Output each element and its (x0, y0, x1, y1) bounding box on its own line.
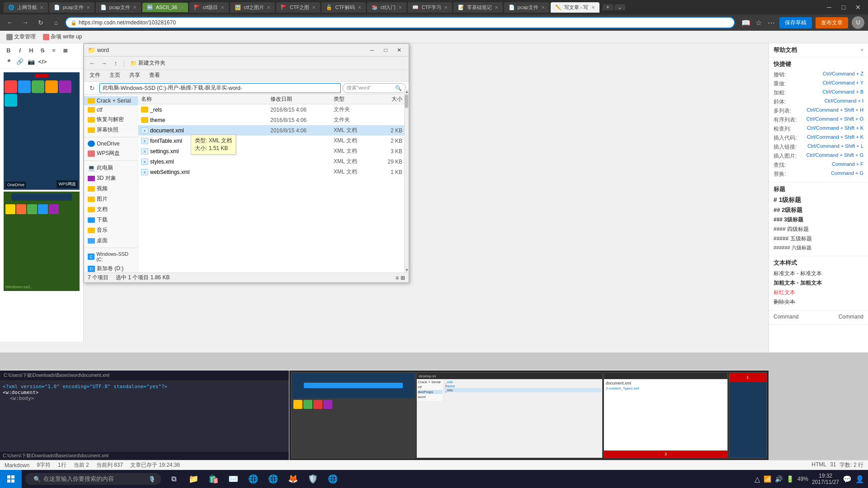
sidebar-pictures[interactable]: 图片 (84, 194, 138, 204)
tab-ctfintro[interactable]: 📚 ctf入门 ✕ (367, 2, 407, 13)
file-row-document[interactable]: X document.xml 2016/8/15 4:06 XML 文档 2 K… (138, 125, 409, 136)
explorer-maximize-button[interactable]: □ (380, 44, 392, 56)
sidebar-3d[interactable]: 3D 对象 (84, 173, 138, 183)
tab-pcap1[interactable]: 📄 pcap文件 ✕ (49, 2, 94, 13)
sidebar-music[interactable]: 音乐 (84, 225, 138, 235)
taskbar-search[interactable]: 🔍 在这里输入你要搜索的内容 🎙️ (25, 473, 161, 485)
tab-close-icon[interactable]: ✕ (221, 5, 224, 10)
tab-menu-button[interactable]: ⌄ (614, 4, 625, 10)
volume-icon[interactable]: 🔊 (775, 475, 783, 483)
close-button[interactable]: ✕ (852, 1, 864, 14)
tab-close-icon[interactable]: ✕ (591, 5, 595, 10)
explorer-tab-share[interactable]: 共享 (127, 70, 142, 81)
file-row-rels[interactable]: _rels 2016/8/15 4:06 文件夹 (138, 104, 409, 115)
exp-refresh-button[interactable]: ↻ (87, 83, 98, 94)
explorer-close-button[interactable]: ✕ (393, 44, 405, 56)
tab-close-icon[interactable]: ✕ (267, 5, 270, 10)
image-button[interactable]: 📷 (26, 56, 36, 66)
tab-close-icon[interactable]: ✕ (495, 5, 498, 10)
sidebar-drive-c[interactable]: C Windows-SSD (C: (84, 250, 138, 263)
battery-icon[interactable]: 🔋 (786, 475, 794, 483)
tab-pcap3[interactable]: 📄 pcap文件 ✕ (504, 2, 549, 13)
explorer-new-folder-button[interactable]: 📁 新建文件夹 (127, 57, 169, 69)
explorer-address-path[interactable]: 此电脑 › Windows-SSD (C:) › 用户 › 杨搜 › 下载 › … (99, 83, 341, 93)
sidebar-mypc[interactable]: 💻 此电脑 (84, 163, 138, 173)
explorer-minimize-button[interactable]: ─ (366, 44, 378, 56)
task-view-button[interactable]: ⧉ (165, 471, 183, 487)
scrollbar-track[interactable]: ▲ ▼ (404, 89, 409, 272)
scroll-up-icon[interactable]: ▲ (405, 89, 409, 94)
tab-ascii[interactable]: 🔤 ASCII_36 ✕ (142, 3, 188, 12)
tab-pcap2[interactable]: 📄 pcap文件 ✕ (96, 2, 141, 13)
sidebar-docs[interactable]: 文档 (84, 204, 138, 215)
tab-ctfmap[interactable]: 🚩 CTF之图 ✕ (276, 2, 320, 13)
ol-button[interactable]: ≣ (60, 45, 70, 55)
forward-button[interactable]: → (19, 16, 32, 29)
link-button[interactable]: 🔗 (15, 56, 25, 66)
help-close-button[interactable]: × (860, 47, 863, 53)
sidebar-screenshots[interactable]: 屏幕快照 (84, 125, 138, 135)
quote-button[interactable]: ❝ (4, 56, 14, 66)
file-row-styles[interactable]: X styles.xml XML 文档 29 KB (138, 156, 409, 167)
tab-close-icon[interactable]: ✕ (358, 5, 361, 10)
bold-button[interactable]: B (4, 45, 14, 55)
tab-csdn-write[interactable]: ✏️ 写文章 - 写 ✕ (551, 2, 599, 13)
explorer-tab-home[interactable]: 主页 (108, 70, 122, 81)
store-taskbar-btn[interactable]: 🛍️ (204, 471, 222, 487)
mail-taskbar-btn[interactable]: ✉️ (224, 471, 242, 487)
sidebar-recovery[interactable]: 恢复与解密 (84, 114, 138, 125)
tab-close-icon[interactable]: ✕ (312, 5, 316, 10)
bookmark-article-mgmt[interactable]: 文章管理 (4, 32, 38, 42)
chrome-taskbar-btn[interactable]: 🌐 (264, 471, 282, 487)
tab-zero[interactable]: 📝 零基础笔记 ✕ (453, 2, 503, 13)
address-bar[interactable]: 🔒 https://mp.csdn.net/mdeditor/103281670 (65, 17, 735, 28)
home-button[interactable]: ⌂ (50, 16, 62, 29)
italic-button[interactable]: I (15, 45, 25, 55)
firefox-taskbar-btn[interactable]: 🦊 (284, 471, 302, 487)
sidebar-drive-d[interactable]: D 新加卷 (D:) (84, 263, 138, 272)
sidebar-desktop[interactable]: 桌面 (84, 235, 138, 246)
user-icon[interactable]: 👤 (855, 475, 864, 483)
sidebar-downloads[interactable]: 下载 (84, 215, 138, 225)
start-button[interactable] (0, 470, 22, 488)
back-button[interactable]: ← (4, 16, 16, 29)
maximize-button[interactable]: □ (837, 1, 850, 14)
scrollbar-thumb[interactable] (405, 94, 408, 108)
explorer-back-button[interactable]: ← (87, 58, 98, 69)
tab-close-icon[interactable]: ✕ (40, 5, 43, 10)
code-button[interactable]: </> (38, 56, 47, 66)
strikethrough-button[interactable]: S (38, 45, 47, 55)
list-view-icon[interactable]: ≡ (396, 275, 399, 281)
new-tab-button[interactable]: + (603, 4, 613, 10)
explorer-up-button[interactable]: ↑ (110, 58, 121, 69)
edge-taskbar-btn[interactable]: 🌐 (244, 471, 262, 487)
favorites-icon[interactable]: ☆ (753, 17, 764, 28)
explorer-forward-button[interactable]: → (99, 58, 109, 69)
tab-close-icon[interactable]: ✕ (541, 5, 545, 10)
more-icon[interactable]: ⋯ (766, 17, 777, 28)
scroll-down-icon[interactable]: ▼ (405, 267, 409, 272)
explorer-tab-file[interactable]: 文件 (88, 70, 102, 81)
sidebar-ctf[interactable]: ctf (84, 105, 138, 114)
sidebar-crack-serial[interactable]: Crack + Serial (84, 96, 138, 105)
notification-icon[interactable]: △ (755, 475, 760, 483)
notification-center-icon[interactable]: 💬 (843, 475, 852, 483)
tab-close-icon[interactable]: ✕ (86, 5, 90, 10)
save-draft-button[interactable]: 保存草稿 (779, 17, 812, 28)
ul-button[interactable]: ≡ (49, 45, 59, 55)
bookmark-writeup[interactable]: 杂项 write up (40, 32, 85, 42)
tab-close-icon[interactable]: ✕ (398, 5, 402, 10)
file-row-settings[interactable]: X settings.xml XML 文档 3 KB (138, 146, 409, 156)
file-row-theme[interactable]: theme 2016/8/15 4:06 文件夹 (138, 115, 409, 125)
tab-ctfimg[interactable]: 🖼️ ctf之图片 ✕ (230, 2, 275, 13)
reader-mode-icon[interactable]: 📖 (741, 17, 751, 28)
tab-close-icon[interactable]: ✕ (180, 5, 184, 10)
tab-shangwang[interactable]: 🌐 上网导航 ✕ (4, 2, 48, 13)
user-avatar[interactable]: U (852, 16, 864, 29)
publish-button[interactable]: 发布文章 (816, 17, 848, 28)
explorer-tab-view[interactable]: 查看 (147, 70, 162, 81)
heading-button[interactable]: H (26, 45, 36, 55)
tab-close-icon[interactable]: ✕ (133, 5, 137, 10)
file-row-fonttable[interactable]: X fontTable.xml XML 文档 2 KB (138, 136, 409, 146)
sidebar-video[interactable]: 视频 (84, 183, 138, 194)
